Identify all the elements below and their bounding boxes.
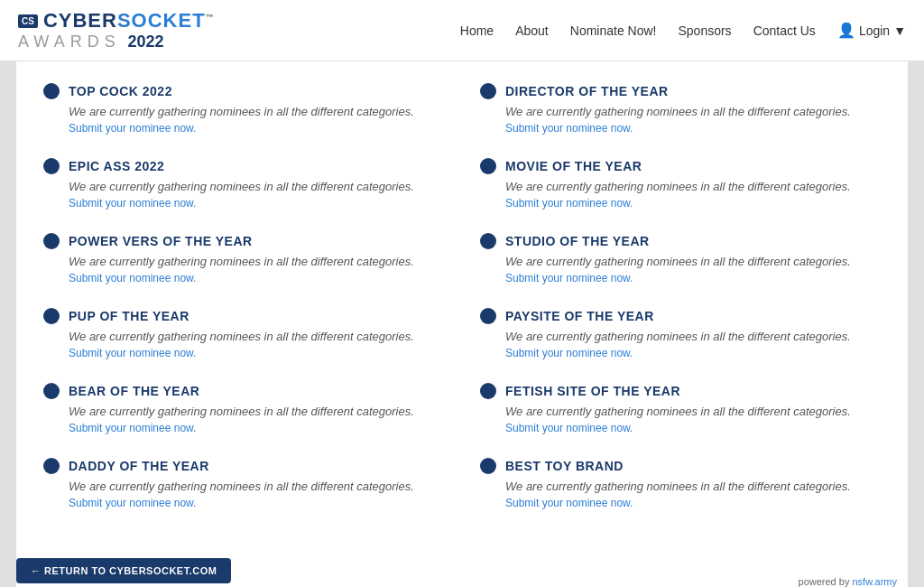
category-item: TOP COCK 2022 We are currently gathering…	[43, 70, 462, 145]
category-dot	[43, 308, 60, 324]
category-title: PAYSITE OF THE YEAR	[480, 308, 863, 324]
category-item: DADDY OF THE YEAR We are currently gathe…	[43, 445, 462, 520]
category-dot	[43, 458, 60, 474]
category-desc: We are currently gathering nominees in a…	[505, 255, 863, 268]
logo-top: CS CYBERSOCKET™	[18, 9, 215, 33]
return-button[interactable]: ← RETURN TO CYBERSOCKET.COM	[16, 558, 231, 583]
logo-cybersocket: CYBERSOCKET™	[43, 9, 215, 33]
submit-nominee-link[interactable]: Submit your nominee now.	[69, 272, 444, 284]
category-name: DADDY OF THE YEAR	[69, 459, 209, 473]
category-item: FETISH SITE OF THE YEAR We are currently…	[462, 370, 881, 445]
submit-nominee-link[interactable]: Submit your nominee now.	[505, 272, 863, 284]
category-dot	[43, 158, 60, 174]
category-name: POWER VERS OF THE YEAR	[69, 234, 253, 248]
sidebar-left	[0, 61, 16, 587]
category-title: TOP COCK 2022	[43, 83, 444, 99]
category-dot	[480, 83, 496, 99]
category-title: POWER VERS OF THE YEAR	[43, 233, 444, 249]
category-item: PAYSITE OF THE YEAR We are currently gat…	[462, 295, 881, 370]
submit-nominee-link[interactable]: Submit your nominee now.	[505, 122, 863, 135]
powered-by: powered by nsfw.army	[799, 576, 897, 587]
logo-cyber-text: CYBER	[43, 9, 117, 32]
category-desc: We are currently gathering nominees in a…	[69, 480, 444, 493]
category-name: MOVIE OF THE YEAR	[505, 159, 642, 173]
category-dot	[43, 233, 60, 249]
submit-nominee-link[interactable]: Submit your nominee now.	[505, 197, 863, 210]
submit-nominee-link[interactable]: Submit your nominee now.	[69, 347, 444, 359]
login-label: Login	[859, 23, 890, 38]
category-desc: We are currently gathering nominees in a…	[69, 330, 444, 343]
category-item: POWER VERS OF THE YEAR We are currently …	[43, 220, 462, 295]
category-title: DIRECTOR OF THE YEAR	[480, 83, 863, 99]
category-title: MOVIE OF THE YEAR	[480, 158, 863, 174]
login-button[interactable]: 👤 Login ▼	[837, 22, 906, 39]
category-title: BEAR OF THE YEAR	[43, 383, 444, 399]
logo-icon: CS	[18, 14, 38, 28]
category-title: EPIC ASS 2022	[43, 158, 444, 174]
category-desc: We are currently gathering nominees in a…	[505, 180, 863, 193]
powered-by-link[interactable]: nsfw.army	[852, 576, 897, 587]
category-name: EPIC ASS 2022	[69, 159, 164, 173]
sidebar-right	[908, 61, 924, 587]
category-desc: We are currently gathering nominees in a…	[69, 255, 444, 268]
nav-contact[interactable]: Contact Us	[753, 23, 816, 38]
category-item: DIRECTOR OF THE YEAR We are currently ga…	[462, 70, 881, 145]
category-name: BEAR OF THE YEAR	[69, 384, 199, 398]
category-desc: We are currently gathering nominees in a…	[505, 405, 863, 418]
nav-nominate[interactable]: Nominate Now!	[570, 23, 657, 38]
submit-nominee-link[interactable]: Submit your nominee now.	[69, 122, 444, 135]
category-desc: We are currently gathering nominees in a…	[505, 480, 863, 493]
main-content: TOP COCK 2022 We are currently gathering…	[0, 61, 924, 587]
nav-sponsors[interactable]: Sponsors	[678, 23, 731, 38]
category-dot	[480, 308, 496, 324]
category-title: BEST TOY BRAND	[480, 458, 863, 474]
category-dot	[43, 83, 60, 99]
category-name: PUP OF THE YEAR	[69, 309, 189, 323]
category-item: BEST TOY BRAND We are currently gatherin…	[462, 445, 881, 520]
logo-year: 2022	[128, 33, 164, 51]
submit-nominee-link[interactable]: Submit your nominee now.	[505, 422, 863, 434]
category-desc: We are currently gathering nominees in a…	[69, 180, 444, 193]
category-name: PAYSITE OF THE YEAR	[505, 309, 654, 323]
category-name: STUDIO OF THE YEAR	[505, 234, 650, 248]
powered-by-text: powered by	[799, 576, 850, 587]
header: CS CYBERSOCKET™ AWARDS 2022 Home About N…	[0, 0, 924, 61]
category-item: BEAR OF THE YEAR We are currently gather…	[43, 370, 462, 445]
content-area: TOP COCK 2022 We are currently gathering…	[16, 61, 908, 587]
category-dot	[480, 158, 496, 174]
submit-nominee-link[interactable]: Submit your nominee now.	[505, 497, 863, 509]
nav-about[interactable]: About	[515, 23, 549, 38]
category-desc: We are currently gathering nominees in a…	[505, 330, 863, 343]
submit-nominee-link[interactable]: Submit your nominee now.	[69, 422, 444, 434]
categories-grid: TOP COCK 2022 We are currently gathering…	[43, 70, 881, 520]
logo-awards-text: AWARDS	[18, 33, 121, 51]
category-desc: We are currently gathering nominees in a…	[69, 405, 444, 418]
category-item: EPIC ASS 2022 We are currently gathering…	[43, 145, 462, 220]
category-item: PUP OF THE YEAR We are currently gatheri…	[43, 295, 462, 370]
category-name: FETISH SITE OF THE YEAR	[505, 384, 680, 398]
category-desc: We are currently gathering nominees in a…	[505, 105, 863, 118]
category-item: MOVIE OF THE YEAR We are currently gathe…	[462, 145, 881, 220]
category-name: BEST TOY BRAND	[505, 459, 624, 473]
logo-bottom: AWARDS 2022	[18, 33, 215, 51]
category-dot	[480, 233, 496, 249]
category-desc: We are currently gathering nominees in a…	[69, 105, 444, 118]
category-title: PUP OF THE YEAR	[43, 308, 444, 324]
category-name: TOP COCK 2022	[69, 84, 172, 98]
category-title: FETISH SITE OF THE YEAR	[480, 383, 863, 399]
logo-area: CS CYBERSOCKET™ AWARDS 2022	[18, 9, 215, 51]
person-icon: 👤	[837, 22, 855, 39]
logo-tm: ™	[206, 13, 215, 22]
category-dot	[43, 383, 60, 399]
submit-nominee-link[interactable]: Submit your nominee now.	[69, 197, 444, 210]
category-name: DIRECTOR OF THE YEAR	[505, 84, 669, 98]
submit-nominee-link[interactable]: Submit your nominee now.	[505, 347, 863, 359]
logo-socket-text: SOCKET	[117, 9, 206, 32]
submit-nominee-link[interactable]: Submit your nominee now.	[69, 497, 444, 509]
category-title: STUDIO OF THE YEAR	[480, 233, 863, 249]
nav-home[interactable]: Home	[460, 23, 494, 38]
nav: Home About Nominate Now! Sponsors Contac…	[460, 22, 906, 39]
category-dot	[480, 383, 496, 399]
category-title: DADDY OF THE YEAR	[43, 458, 444, 474]
category-dot	[480, 458, 496, 474]
